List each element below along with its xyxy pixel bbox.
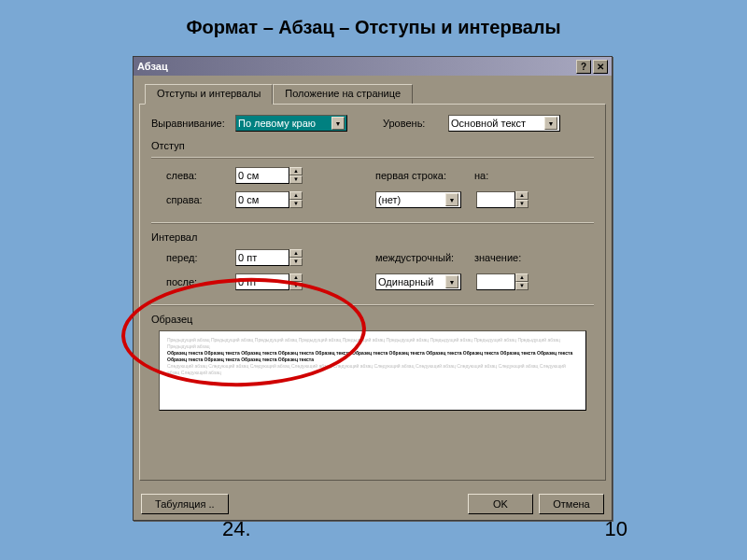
linespacing-combo[interactable]: Одинарный ▼ [375,273,461,290]
spin-down-icon[interactable]: ▼ [289,200,303,208]
preview-prev-text: Предыдущий абзац Предыдущий абзац Предыд… [167,337,578,350]
linespacing-at-field[interactable]: ▲▼ [476,273,529,290]
spin-down-icon[interactable]: ▼ [289,258,303,266]
spacing-before-label: перед: [151,252,235,263]
firstline-label: первая строка: [375,170,465,181]
spacing-after-field[interactable]: 0 пт ▲▼ [235,273,303,290]
level-label: Уровень: [383,118,448,129]
alignment-label: Выравнивание: [151,118,235,129]
cancel-button[interactable]: Отмена [539,494,604,514]
linespacing-at-label: значение: [474,252,530,263]
spin-up-icon[interactable]: ▲ [289,273,303,282]
chevron-down-icon[interactable]: ▼ [331,117,345,130]
divider [151,157,594,159]
help-button[interactable]: ? [576,60,591,74]
chevron-down-icon[interactable]: ▼ [544,117,557,130]
slide-title: Формат – Абзац – Отступы и интервалы [0,0,747,38]
tabs-button[interactable]: Табуляция .. [141,494,229,514]
level-combo[interactable]: Основной текст ▼ [448,115,560,132]
footer-left: 24. [222,517,251,541]
firstline-combo[interactable]: (нет) ▼ [375,191,461,208]
tab-strip: Отступы и интервалы Положение на страниц… [145,83,606,104]
spin-up-icon[interactable]: ▲ [515,273,529,282]
firstline-by-field[interactable]: ▲▼ [476,191,529,208]
spacing-before-field[interactable]: 0 пт ▲▼ [235,249,303,266]
chevron-down-icon[interactable]: ▼ [445,275,458,288]
linespacing-label: междустрочный: [375,252,465,263]
indent-left-label: слева: [151,170,235,181]
tab-pageflow[interactable]: Положение на странице [273,84,413,105]
spin-up-icon[interactable]: ▲ [515,191,529,200]
indent-right-label: справа: [151,194,235,205]
paragraph-dialog: Абзац ? ✕ Отступы и интервалы Положение … [133,56,613,521]
preview-sample-text: Образец текста Образец текста Образец те… [167,350,578,363]
spacing-group-label: Интервал [151,231,594,243]
firstline-by-label: на: [474,170,512,181]
indent-right-field[interactable]: 0 см ▲▼ [235,191,303,208]
divider [151,304,594,306]
tab-indents[interactable]: Отступы и интервалы [145,84,273,105]
divider [151,222,594,224]
alignment-combo[interactable]: По левому краю ▼ [235,115,347,132]
preview-box: Предыдущий абзац Предыдущий абзац Предыд… [159,330,586,411]
spin-down-icon[interactable]: ▼ [515,200,529,208]
spin-down-icon[interactable]: ▼ [289,282,303,290]
indent-group-label: Отступ [151,140,594,151]
preview-group-label: Образец [151,314,594,325]
dialog-title: Абзац [137,61,574,72]
spacing-after-label: после: [151,276,235,287]
preview-next-text: Следующий абзац Следующий абзац Следующи… [167,363,578,376]
spin-down-icon[interactable]: ▼ [515,282,529,290]
spin-up-icon[interactable]: ▲ [289,167,303,175]
close-button[interactable]: ✕ [593,60,608,74]
spin-up-icon[interactable]: ▲ [289,249,303,258]
tab-panel: Выравнивание: По левому краю ▼ Уровень: … [139,104,606,481]
spin-up-icon[interactable]: ▲ [289,191,303,200]
ok-button[interactable]: OK [468,494,533,514]
titlebar[interactable]: Абзац ? ✕ [134,57,612,76]
footer-right: 10 [605,517,627,541]
spin-down-icon[interactable]: ▼ [289,175,303,184]
indent-left-field[interactable]: 0 см ▲▼ [235,167,303,184]
chevron-down-icon[interactable]: ▼ [445,193,458,206]
